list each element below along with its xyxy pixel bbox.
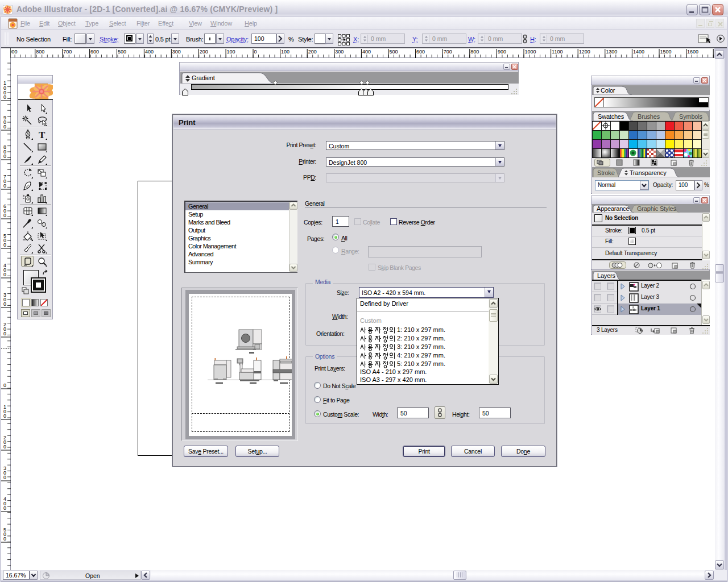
svg-text:Gradient: Gradient <box>192 74 215 81</box>
svg-text:0: 0 <box>3 213 6 218</box>
svg-text:300: 300 <box>172 49 181 55</box>
svg-text:1600: 1600 <box>687 49 698 55</box>
svg-text:Layers: Layers <box>597 272 616 279</box>
svg-text:Appearance: Appearance <box>597 205 629 212</box>
svg-text:400: 400 <box>362 49 371 55</box>
svg-text:800: 800 <box>470 49 479 55</box>
svg-text:0: 0 <box>3 475 6 480</box>
svg-text:0: 0 <box>3 183 6 189</box>
svg-text:0: 0 <box>3 94 6 100</box>
svg-text:0: 0 <box>3 272 6 277</box>
svg-text:1200: 1200 <box>579 49 590 55</box>
svg-text:Symbols: Symbols <box>679 113 702 120</box>
svg-text:Graphic Styles: Graphic Styles <box>637 205 676 212</box>
svg-text:800: 800 <box>36 49 44 55</box>
svg-text:Stroke: Stroke <box>597 169 615 176</box>
svg-text:100: 100 <box>227 49 235 55</box>
svg-text:600: 600 <box>416 49 425 55</box>
svg-text:0: 0 <box>3 383 6 388</box>
svg-text:700: 700 <box>444 49 452 55</box>
svg-text:0: 0 <box>3 331 6 336</box>
svg-text:600: 600 <box>90 49 99 55</box>
svg-text:500: 500 <box>390 49 398 55</box>
svg-text:0: 0 <box>254 49 257 55</box>
svg-text:500: 500 <box>118 49 126 55</box>
svg-text:0: 0 <box>3 301 6 307</box>
svg-text:0: 0 <box>3 536 6 542</box>
svg-text:1400: 1400 <box>633 49 644 55</box>
svg-text:0: 0 <box>3 505 6 511</box>
svg-text:300: 300 <box>335 49 344 55</box>
svg-text:0: 0 <box>3 444 6 450</box>
svg-text:Brushes: Brushes <box>638 113 660 120</box>
svg-text:0: 0 <box>3 124 6 130</box>
svg-text:1100: 1100 <box>552 49 562 55</box>
svg-text:0: 0 <box>3 153 6 159</box>
svg-text:900: 900 <box>498 49 506 55</box>
svg-text:200: 200 <box>200 49 208 55</box>
svg-text:Color: Color <box>601 87 615 94</box>
svg-text:Swatches: Swatches <box>598 113 624 120</box>
svg-text:Transparency: Transparency <box>630 169 667 176</box>
svg-text:0: 0 <box>3 242 6 248</box>
svg-text:T: T <box>39 130 46 140</box>
svg-text:400: 400 <box>145 49 154 55</box>
svg-text:200: 200 <box>308 49 317 55</box>
svg-text:1500: 1500 <box>660 49 672 55</box>
svg-text:0: 0 <box>3 413 6 419</box>
svg-text:1000: 1000 <box>525 49 536 55</box>
svg-text:100: 100 <box>281 49 289 55</box>
svg-text:1300: 1300 <box>606 49 617 55</box>
svg-text:700: 700 <box>63 49 72 55</box>
